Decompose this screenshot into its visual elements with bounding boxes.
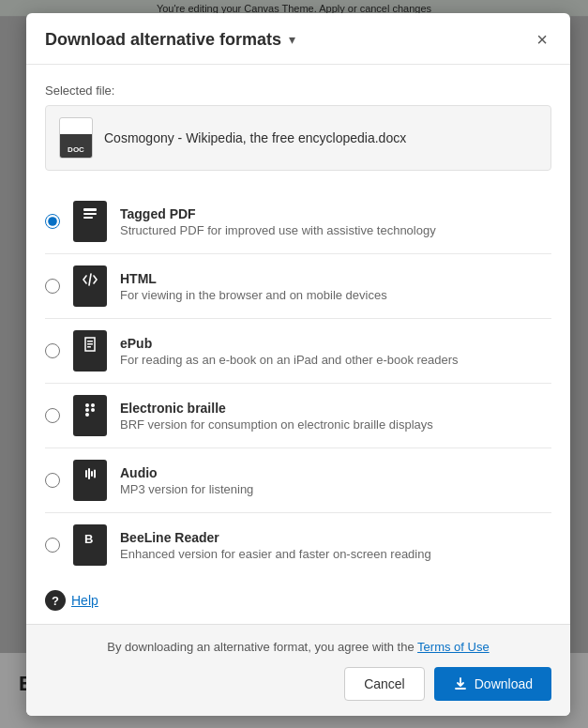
terms-link[interactable]: Terms of Use xyxy=(417,640,490,654)
format-item-html[interactable]: HTML For viewing in the browser and on m… xyxy=(45,254,551,319)
format-item-audio[interactable]: Audio MP3 version for listening xyxy=(45,448,551,513)
svg-rect-4 xyxy=(87,343,93,345)
format-desc-html: For viewing in the browser and on mobile… xyxy=(120,288,551,302)
radio-wrap-audio xyxy=(45,473,60,488)
format-desc-braille: BRF version for consumption on electroni… xyxy=(120,417,551,432)
format-icon-beeline: B xyxy=(73,524,107,566)
modal-title-wrap: Download alternative formats ▾ xyxy=(45,30,295,50)
footer-buttons: Cancel Download xyxy=(45,667,551,701)
radio-html[interactable] xyxy=(45,279,60,294)
selected-file-box: DOC Cosmogony - Wikipedia, the free ency… xyxy=(45,105,551,171)
format-text-beeline: BeeLine Reader Enhanced version for easi… xyxy=(120,530,551,561)
format-item-epub[interactable]: ePub For reading as an e-book on an iPad… xyxy=(45,319,551,384)
radio-audio[interactable] xyxy=(45,473,60,488)
svg-rect-5 xyxy=(87,346,91,348)
svg-point-7 xyxy=(91,403,95,407)
radio-wrap-beeline xyxy=(45,538,60,553)
format-name-epub: ePub xyxy=(120,336,551,351)
radio-braille[interactable] xyxy=(45,408,60,423)
download-label: Download xyxy=(475,676,533,691)
selected-file-label: Selected file: xyxy=(45,83,551,98)
selected-file-name: Cosmogony - Wikipedia, the free encyclop… xyxy=(104,130,406,145)
format-desc-tagged-pdf: Structured PDF for improved use with ass… xyxy=(120,223,551,237)
format-icon-braille xyxy=(73,395,107,436)
format-item-braille[interactable]: Electronic braille BRF version for consu… xyxy=(45,384,551,448)
format-icon-epub xyxy=(73,330,107,372)
modal-title: Download alternative formats xyxy=(45,30,281,50)
dropdown-arrow-icon[interactable]: ▾ xyxy=(289,32,295,47)
download-icon xyxy=(453,676,468,691)
radio-beeline[interactable] xyxy=(45,538,60,553)
download-button[interactable]: Download xyxy=(434,667,551,701)
radio-wrap-epub xyxy=(45,343,60,358)
doc-file-icon: DOC xyxy=(59,117,93,159)
modal-footer: By downloading an alternative format, yo… xyxy=(26,624,570,716)
format-text-braille: Electronic braille BRF version for consu… xyxy=(120,401,551,432)
format-icon-audio xyxy=(73,460,107,501)
help-text[interactable]: Help xyxy=(71,593,98,608)
svg-point-10 xyxy=(85,413,89,417)
format-icon-html xyxy=(73,265,107,307)
radio-epub[interactable] xyxy=(45,343,60,358)
svg-text:B: B xyxy=(84,532,93,546)
format-name-beeline: BeeLine Reader xyxy=(120,530,551,545)
cancel-button[interactable]: Cancel xyxy=(344,667,425,701)
format-desc-beeline: Enhanced version for easier and faster o… xyxy=(120,547,551,561)
close-button[interactable]: × xyxy=(533,28,551,51)
format-item-beeline[interactable]: B BeeLine Reader Enhanced version for ea… xyxy=(45,513,551,577)
modal-header: Download alternative formats ▾ × xyxy=(26,13,570,65)
format-item-tagged-pdf[interactable]: Tagged PDF Structured PDF for improved u… xyxy=(45,190,551,254)
radio-wrap-braille xyxy=(45,408,60,423)
help-icon: ? xyxy=(45,590,66,611)
radio-tagged-pdf[interactable] xyxy=(45,214,60,229)
radio-wrap-tagged-pdf xyxy=(45,214,60,229)
download-modal: Download alternative formats ▾ × Selecte… xyxy=(26,13,570,716)
svg-rect-2 xyxy=(83,217,93,219)
format-desc-audio: MP3 version for listening xyxy=(120,482,551,496)
help-link[interactable]: ? Help xyxy=(45,590,551,611)
format-list: Tagged PDF Structured PDF for improved u… xyxy=(45,190,551,577)
format-text-tagged-pdf: Tagged PDF Structured PDF for improved u… xyxy=(120,206,551,237)
terms-before: By downloading an alternative format, yo… xyxy=(107,640,414,654)
format-desc-epub: For reading as an e-book on an iPad and … xyxy=(120,353,551,367)
svg-rect-3 xyxy=(87,341,93,342)
svg-rect-0 xyxy=(83,208,97,211)
modal-body: Selected file: DOC Cosmogony - Wikipedia… xyxy=(26,65,570,624)
svg-rect-1 xyxy=(83,213,97,215)
format-text-audio: Audio MP3 version for listening xyxy=(120,465,551,496)
format-text-epub: ePub For reading as an e-book on an iPad… xyxy=(120,336,551,367)
svg-point-9 xyxy=(91,408,95,412)
format-icon-tagged-pdf xyxy=(73,201,107,242)
format-name-tagged-pdf: Tagged PDF xyxy=(120,206,551,221)
format-name-html: HTML xyxy=(120,271,551,286)
svg-point-8 xyxy=(85,408,89,412)
svg-point-6 xyxy=(85,403,89,407)
radio-wrap-html xyxy=(45,279,60,294)
format-text-html: HTML For viewing in the browser and on m… xyxy=(120,271,551,302)
modal-overlay: Download alternative formats ▾ × Selecte… xyxy=(0,0,588,728)
format-name-braille: Electronic braille xyxy=(120,401,551,416)
terms-text: By downloading an alternative format, yo… xyxy=(45,640,551,654)
format-name-audio: Audio xyxy=(120,465,551,480)
